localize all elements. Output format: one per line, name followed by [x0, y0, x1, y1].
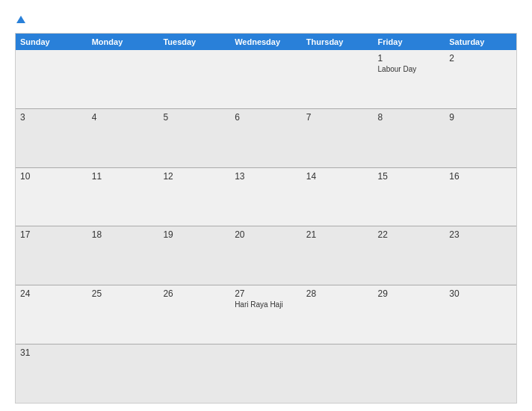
day-cell: 15	[374, 168, 445, 226]
day-header-friday: Friday	[374, 34, 445, 50]
day-cell: 5	[158, 109, 230, 167]
day-number: 25	[92, 288, 155, 299]
day-number: 14	[306, 171, 369, 182]
day-number: 17	[20, 229, 83, 240]
day-header-saturday: Saturday	[445, 34, 516, 50]
holiday-label: Hari Raya Haji	[235, 300, 297, 309]
day-cell	[230, 344, 302, 403]
day-header-wednesday: Wednesday	[230, 34, 302, 50]
day-cell	[302, 344, 374, 403]
day-cell: 8	[374, 109, 445, 167]
day-cell: 1Labour Day	[374, 50, 445, 108]
day-cell: 27Hari Raya Haji	[230, 285, 302, 344]
day-cell	[158, 50, 230, 108]
week-row-3: 17181920212223	[16, 226, 516, 285]
day-cell	[87, 344, 159, 403]
header	[15, 12, 517, 25]
week-row-4: 24252627Hari Raya Haji282930	[16, 285, 516, 344]
day-number: 27	[235, 288, 297, 299]
day-number: 20	[235, 229, 297, 240]
week-row-2: 10111213141516	[16, 168, 516, 227]
day-cell: 6	[230, 109, 302, 167]
logo-triangle-icon	[16, 16, 25, 23]
day-cell: 3	[16, 109, 87, 167]
day-cell: 20	[230, 226, 302, 285]
day-number: 12	[163, 171, 226, 182]
day-cell: 31	[16, 344, 87, 403]
day-number: 1	[378, 53, 441, 64]
day-number: 24	[20, 288, 83, 299]
day-number: 4	[92, 112, 155, 123]
day-number: 10	[20, 171, 83, 182]
calendar-page: Sunday Monday Tuesday Wednesday Thursday…	[0, 0, 532, 411]
day-cell: 28	[302, 285, 374, 344]
day-cell: 21	[302, 226, 374, 285]
day-cell: 17	[16, 226, 87, 285]
day-number: 29	[378, 288, 441, 299]
day-cell: 2	[445, 50, 516, 108]
days-header: Sunday Monday Tuesday Wednesday Thursday…	[16, 34, 516, 50]
week-row-5: 31	[16, 344, 516, 403]
week-row-0: 1Labour Day2	[16, 50, 516, 109]
day-cell: 12	[158, 168, 230, 226]
day-number: 21	[306, 229, 369, 240]
day-number: 30	[449, 288, 512, 299]
day-number: 18	[92, 229, 155, 240]
day-number: 7	[306, 112, 369, 123]
day-number: 16	[449, 171, 512, 182]
day-number: 9	[449, 112, 512, 123]
day-cell: 26	[158, 285, 230, 344]
day-number: 22	[378, 229, 441, 240]
day-cell	[374, 344, 445, 403]
logo	[15, 12, 25, 25]
day-number: 13	[235, 171, 297, 182]
day-header-sunday: Sunday	[16, 34, 87, 50]
day-cell	[445, 344, 516, 403]
day-number: 8	[378, 112, 441, 123]
day-cell	[16, 50, 87, 108]
day-header-monday: Monday	[87, 34, 159, 50]
day-cell: 25	[87, 285, 159, 344]
holiday-label: Labour Day	[378, 65, 441, 74]
day-number: 31	[20, 347, 83, 358]
day-cell: 16	[445, 168, 516, 226]
day-cell: 24	[16, 285, 87, 344]
day-header-thursday: Thursday	[302, 34, 374, 50]
day-cell: 13	[230, 168, 302, 226]
day-cell: 9	[445, 109, 516, 167]
day-cell: 23	[445, 226, 516, 285]
day-cell	[230, 50, 302, 108]
day-cell: 7	[302, 109, 374, 167]
weeks-container: 1Labour Day23456789101112131415161718192…	[16, 50, 516, 403]
day-header-tuesday: Tuesday	[158, 34, 230, 50]
day-cell: 30	[445, 285, 516, 344]
week-row-1: 3456789	[16, 109, 516, 168]
day-cell: 18	[87, 226, 159, 285]
day-cell: 29	[374, 285, 445, 344]
day-number: 6	[235, 112, 297, 123]
day-cell: 19	[158, 226, 230, 285]
day-number: 3	[20, 112, 83, 123]
logo-top	[15, 12, 25, 25]
day-cell: 4	[87, 109, 159, 167]
day-number: 11	[92, 171, 155, 182]
day-cell: 14	[302, 168, 374, 226]
day-number: 5	[163, 112, 226, 123]
day-cell: 22	[374, 226, 445, 285]
day-number: 26	[163, 288, 226, 299]
day-cell: 11	[87, 168, 159, 226]
day-cell: 10	[16, 168, 87, 226]
day-number: 15	[378, 171, 441, 182]
day-number: 19	[163, 229, 226, 240]
day-cell	[87, 50, 159, 108]
day-cell	[158, 344, 230, 403]
day-number: 2	[449, 53, 512, 64]
day-cell	[302, 50, 374, 108]
day-number: 28	[306, 288, 369, 299]
day-number: 23	[449, 229, 512, 240]
calendar-grid: Sunday Monday Tuesday Wednesday Thursday…	[15, 33, 517, 404]
